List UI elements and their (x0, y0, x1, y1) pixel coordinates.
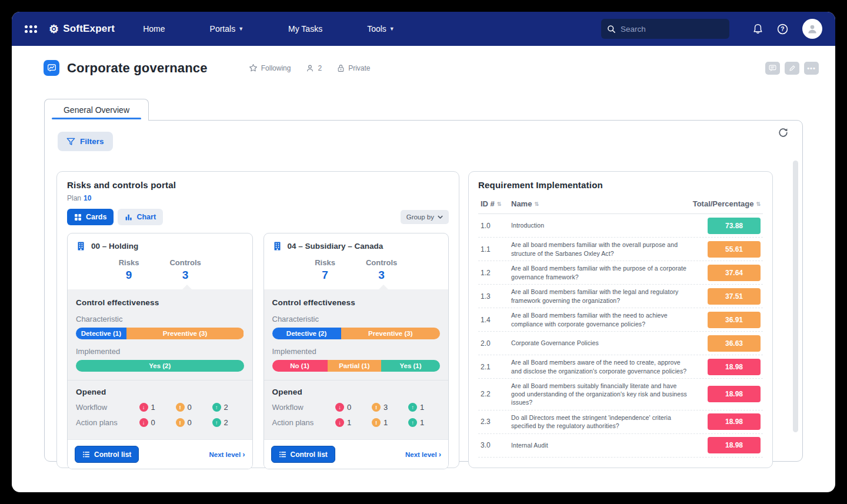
requirement-row[interactable]: 2.3 Do all Directors meet the stringent … (478, 410, 763, 434)
arrow-up-icon: ↑ (408, 418, 417, 427)
column-id[interactable]: ID #⇅ (481, 199, 511, 208)
percentage-badge[interactable]: 37.51 (708, 288, 761, 305)
nav-item-tools[interactable]: Tools▼ (367, 24, 395, 34)
workflow-warning-stat[interactable]: !0 (176, 403, 212, 412)
workflow-critical-stat[interactable]: ↓1 (139, 403, 176, 412)
comments-button[interactable] (765, 62, 780, 75)
next-level-link[interactable]: Next level › (405, 450, 441, 459)
building-icon (76, 241, 86, 251)
column-total[interactable]: Total/Percentage⇅ (699, 199, 761, 208)
refresh-icon[interactable] (778, 127, 789, 138)
brand-logo[interactable]: ⚙ SoftExpert (49, 23, 115, 35)
opened-title: Opened (272, 388, 441, 396)
org-card-title: 00 – Holding (91, 242, 138, 251)
percentage-badge[interactable]: 18.98 (708, 413, 761, 430)
requirement-row[interactable]: 1.3 Are all Board members familiar with … (478, 285, 763, 308)
percentage-badge[interactable]: 37.64 (708, 265, 761, 281)
members-indicator[interactable]: 2 (306, 64, 322, 72)
notifications-bell-icon[interactable] (753, 24, 763, 35)
privacy-indicator[interactable]: Private (337, 64, 370, 72)
user-avatar[interactable] (802, 19, 822, 39)
next-level-link[interactable]: Next level › (209, 450, 245, 459)
action-plans-ok-stat[interactable]: ↑2 (212, 418, 244, 427)
requirement-row[interactable]: 2.2 Are all Board members suitably finan… (478, 379, 763, 410)
filters-button[interactable]: Filters (58, 132, 113, 151)
requirement-row[interactable]: 1.2 Are all Board members familiar with … (478, 261, 763, 285)
requirement-id: 1.0 (481, 222, 511, 230)
nav-item-my-tasks[interactable]: My Tasks (288, 24, 322, 34)
risks-controls-portal: Risks and controls portal Plan10 Cards C… (56, 171, 459, 468)
nav-item-home[interactable]: Home (143, 24, 165, 34)
bar-segment: Yes (1) (381, 360, 440, 372)
page-header: Corporate governance Following 2 Private (12, 46, 835, 84)
workflow-critical-stat[interactable]: ↓0 (335, 403, 372, 412)
bar-segment: Preventive (3) (126, 328, 244, 339)
divider (264, 380, 449, 380)
requirement-row[interactable]: 1.4 Are all Board members familiar with … (478, 308, 763, 332)
requirement-id: 2.1 (481, 363, 511, 371)
vertical-scrollbar[interactable] (793, 161, 798, 432)
cards-view-button[interactable]: Cards (67, 209, 114, 225)
edit-button[interactable] (785, 62, 799, 75)
group-by-label: Group by (406, 213, 434, 221)
action-plans-critical-stat[interactable]: ↓1 (335, 418, 372, 427)
percentage-badge[interactable]: 73.88 (708, 218, 761, 234)
list-icon (82, 451, 90, 458)
controls-label: Controls (169, 258, 201, 267)
nav-item-portals[interactable]: Portals▼ (210, 24, 244, 34)
apps-grid-icon[interactable] (25, 25, 37, 33)
controls-count[interactable]: Controls 3 (366, 258, 397, 282)
percentage-badge[interactable]: 18.98 (708, 437, 761, 453)
requirement-name: Are all Board members suitably financial… (511, 382, 699, 407)
chart-view-button[interactable]: Chart (118, 209, 163, 225)
requirement-id: 1.1 (481, 245, 511, 253)
group-by-button[interactable]: Group by (401, 210, 449, 224)
characteristic-bar[interactable]: Detective (2)Preventive (3) (272, 328, 441, 339)
percentage-badge[interactable]: 36.91 (708, 312, 761, 328)
requirement-row[interactable]: 1.0 Introduction 73.88 (478, 214, 763, 238)
help-icon[interactable]: ? (777, 24, 788, 35)
tab-general-overview[interactable]: General Overview (44, 99, 149, 121)
search-box[interactable] (601, 19, 729, 39)
column-name[interactable]: Name⇅ (511, 199, 699, 208)
section-notch (378, 285, 389, 290)
requirement-name: Are all Board members aware of the need … (511, 358, 699, 375)
controls-label: Controls (366, 258, 397, 267)
requirement-name: Do all Directors meet the stringent 'ind… (511, 413, 699, 430)
characteristic-bar[interactable]: Detective (1)Preventive (3) (76, 328, 244, 339)
percentage-badge[interactable]: 18.98 (708, 359, 761, 375)
action-plans-ok-stat[interactable]: ↑1 (408, 418, 440, 427)
more-options-button[interactable]: ••• (804, 62, 819, 75)
privacy-label: Private (348, 64, 370, 72)
action-plans-critical-stat[interactable]: ↓0 (139, 418, 176, 427)
implemented-bar[interactable]: No (1)Partial (1)Yes (1) (272, 360, 441, 372)
control-list-button[interactable]: Control list (271, 446, 335, 463)
requirement-row[interactable]: 1.1 Are all board members familiar with … (478, 238, 763, 261)
exclamation-icon: ! (176, 403, 185, 412)
plan-label: Plan (67, 194, 81, 202)
controls-count[interactable]: Controls 3 (169, 258, 201, 282)
action-plans-warning-stat[interactable]: !1 (372, 418, 408, 427)
risks-count[interactable]: Risks 9 (119, 258, 139, 282)
risks-value: 9 (119, 269, 139, 282)
workflow-ok-stat[interactable]: ↑2 (212, 403, 244, 412)
tab-label: General Overview (64, 105, 129, 115)
control-list-button[interactable]: Control list (75, 446, 139, 463)
implemented-bar[interactable]: Yes (2) (76, 360, 244, 372)
arrow-down-icon: ↓ (139, 403, 148, 412)
portal-title: Risks and controls portal (67, 180, 449, 190)
app-window: ⚙ SoftExpert HomePortals▼My TasksTools▼ … (12, 12, 835, 492)
risks-count[interactable]: Risks 7 (315, 258, 335, 282)
action-plans-warning-stat[interactable]: !0 (176, 418, 212, 427)
requirement-row[interactable]: 3.0 Internal Audit 18.98 (478, 434, 763, 458)
following-toggle[interactable]: Following (249, 64, 291, 72)
percentage-badge[interactable]: 18.98 (708, 386, 761, 402)
requirement-row[interactable]: 2.0 Corporate Governance Policies 36.63 (478, 332, 763, 355)
requirement-row[interactable]: 2.1 Are all Board members aware of the n… (478, 355, 763, 379)
workflow-warning-stat[interactable]: !3 (372, 403, 408, 412)
percentage-badge[interactable]: 36.63 (708, 335, 761, 352)
search-input[interactable] (621, 25, 715, 34)
requirement-name: Are all Board members familiar with the … (511, 264, 699, 281)
percentage-badge[interactable]: 55.61 (708, 241, 761, 258)
workflow-ok-stat[interactable]: ↑1 (408, 403, 440, 412)
